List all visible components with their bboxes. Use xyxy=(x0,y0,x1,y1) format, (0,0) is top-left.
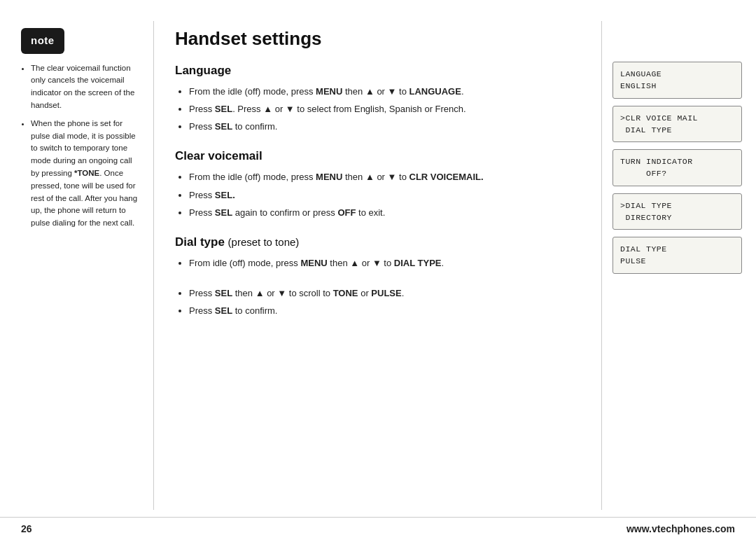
clear-voicemail-list: From the idle (off) mode, press MENU the… xyxy=(175,170,580,219)
section-clear-voicemail: Clear voicemail From the idle (off) mode… xyxy=(175,149,580,219)
list-item: Press SEL then ▲ or ▼ to scroll to TONE … xyxy=(189,286,580,300)
lcd-line: PULSE xyxy=(620,255,734,267)
list-item: Press SEL to confirm. xyxy=(189,304,580,318)
lcd-line: DIRECTORY xyxy=(620,212,734,223)
lcd-screen-5: DIAL TYPE PULSE xyxy=(612,237,742,274)
lcd-line: DIAL TYPE xyxy=(620,243,734,255)
sidebar-list: The clear voicemail function only cancel… xyxy=(21,62,139,230)
list-item: From idle (off) mode, press MENU then ▲ … xyxy=(189,256,580,270)
lcd-line: ENGLISH xyxy=(620,80,734,92)
section-title-language: Language xyxy=(175,64,580,78)
lcd-screen-1: LANGUAGE ENGLISH xyxy=(612,62,742,99)
list-item: When the phone is set for pulse dial mod… xyxy=(31,118,139,230)
lcd-screen-4: >DIAL TYPE DIRECTORY xyxy=(612,193,742,230)
footer-url: www.vtechphones.com xyxy=(626,523,735,534)
section-dial-type: Dial type (preset to tone) From idle (of… xyxy=(175,235,580,318)
right-panel: LANGUAGE ENGLISH >CLR VOICE MAIL DIAL TY… xyxy=(602,55,756,510)
list-item: From the idle (off) mode, press MENU the… xyxy=(189,170,580,184)
lcd-line: DIAL TYPE xyxy=(620,124,734,136)
section-title-clear-voicemail: Clear voicemail xyxy=(175,149,580,163)
dial-type-list-2: Press SEL then ▲ or ▼ to scroll to TONE … xyxy=(175,286,580,318)
lcd-line: LANGUAGE xyxy=(620,68,734,80)
note-box: note xyxy=(21,28,64,54)
sidebar: note The clear voicemail function only c… xyxy=(0,21,154,510)
section-title-suffix: (preset to tone) xyxy=(228,236,300,248)
footer-page-number: 26 xyxy=(21,523,32,534)
list-item: Press SEL. xyxy=(189,188,580,202)
list-item: Press SEL. Press ▲ or ▼ to select from E… xyxy=(189,102,580,116)
list-item: Press SEL again to confirm or press OFF … xyxy=(189,206,580,220)
page-title: Handset settings xyxy=(175,28,580,50)
list-item: From the idle (off) mode, press MENU the… xyxy=(189,85,580,99)
section-language: Language From the idle (off) mode, press… xyxy=(175,64,580,134)
footer: 26 www.vtechphones.com xyxy=(0,517,756,540)
dial-type-list: From idle (off) mode, press MENU then ▲ … xyxy=(175,256,580,270)
lcd-line: >CLR VOICE MAIL xyxy=(620,112,734,124)
lcd-line: TURN INDICATOR xyxy=(620,155,734,167)
list-item: The clear voicemail function only cancel… xyxy=(31,62,139,112)
center-content: Handset settings Language From the idle … xyxy=(154,21,602,510)
page-container: note The clear voicemail function only c… xyxy=(0,0,756,540)
lcd-line: >DIAL TYPE xyxy=(620,200,734,212)
main-content: note The clear voicemail function only c… xyxy=(0,0,756,517)
lcd-screen-3: TURN INDICATOR OFF? xyxy=(612,149,742,186)
section-title-dial-type: Dial type (preset to tone) xyxy=(175,235,580,249)
language-list: From the idle (off) mode, press MENU the… xyxy=(175,85,580,134)
lcd-line: OFF? xyxy=(620,167,734,179)
lcd-screen-2: >CLR VOICE MAIL DIAL TYPE xyxy=(612,106,742,143)
list-item: Press SEL to confirm. xyxy=(189,120,580,134)
